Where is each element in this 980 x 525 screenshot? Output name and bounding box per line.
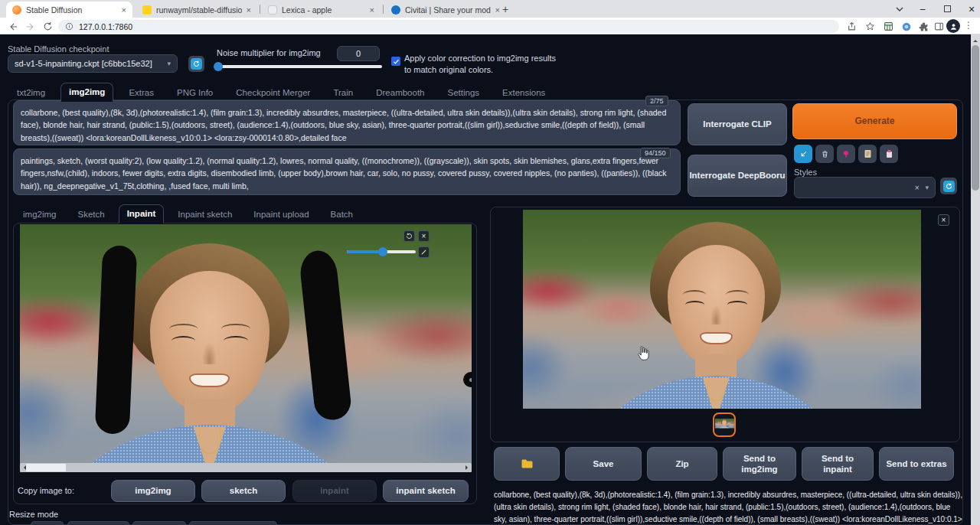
- open-folder-button[interactable]: [494, 447, 560, 481]
- send-to-extras-button[interactable]: Send to extras: [879, 447, 954, 481]
- scroll-up-icon[interactable]: [973, 38, 978, 42]
- site-info-icon[interactable]: [65, 22, 74, 31]
- tab-inpaint[interactable]: Inpaint: [119, 204, 165, 223]
- resize-option[interactable]: [31, 521, 64, 525]
- tab-sketch[interactable]: Sketch: [70, 206, 112, 223]
- tab-settings[interactable]: Settings: [440, 84, 488, 102]
- clear-styles-icon[interactable]: ×: [915, 184, 920, 192]
- interrogate-deepbooru-button[interactable]: Interrogate DeepBooru: [688, 155, 787, 197]
- generate-button[interactable]: Generate: [792, 103, 957, 139]
- tab-checkpoint-merger[interactable]: Checkpoint Merger: [228, 84, 318, 102]
- extensions-puzzle-icon[interactable]: [917, 20, 930, 33]
- window-close-button[interactable]: ×: [960, 0, 980, 18]
- brush-icon: [420, 249, 427, 256]
- checkpoint-dropdown[interactable]: sd-v1-5-inpainting.ckpt [c6bbc15e32] ▾: [8, 54, 178, 73]
- inpaint-canvas[interactable]: ×: [20, 224, 472, 463]
- forward-icon[interactable]: [24, 20, 37, 33]
- browser-menu-icon[interactable]: ⋮: [964, 20, 973, 31]
- style-card-icon: [864, 149, 872, 158]
- tab-close-icon[interactable]: ×: [247, 5, 251, 15]
- noise-multiplier-input[interactable]: 0: [337, 46, 380, 61]
- browser-tab-stable-diffusion[interactable]: Stable Diffusion ×: [6, 2, 132, 18]
- slider-thumb[interactable]: [214, 62, 223, 71]
- window-maximize-button[interactable]: [936, 0, 959, 18]
- tab-txt2img[interactable]: txt2img: [9, 84, 53, 102]
- tab-img2img-mode[interactable]: img2img: [15, 206, 64, 223]
- zip-button[interactable]: Zip: [647, 447, 717, 481]
- gallery-thumbnail[interactable]: [713, 412, 736, 437]
- browser-tab-runwayml[interactable]: runwayml/stable-diffusion-inpai ×: [136, 2, 257, 18]
- tab-dreambooth[interactable]: Dreambooth: [368, 84, 432, 102]
- share-icon[interactable]: [845, 20, 858, 33]
- extension-grid-icon[interactable]: [882, 20, 895, 33]
- tab-close-icon[interactable]: ×: [122, 5, 126, 15]
- styles-dropdown[interactable]: × ▾: [794, 177, 936, 198]
- scrollbar-thumb[interactable]: [972, 45, 979, 191]
- tab-batch[interactable]: Batch: [323, 206, 361, 223]
- side-panel-icon[interactable]: [933, 20, 946, 33]
- tab-png-info[interactable]: PNG Info: [169, 84, 220, 102]
- save-button[interactable]: Save: [565, 447, 642, 481]
- prompt-token-counter: 2/75: [645, 96, 668, 106]
- bookmark-star-icon[interactable]: [864, 20, 877, 33]
- paste-generation-params-button[interactable]: [794, 145, 812, 163]
- resize-option[interactable]: [67, 521, 129, 525]
- noise-multiplier-slider[interactable]: [215, 65, 382, 68]
- save-style-icon: [885, 149, 893, 158]
- clear-prompt-button[interactable]: [815, 145, 834, 163]
- browser-tab-civitai[interactable]: Civitai | Share your models ×: [385, 2, 506, 18]
- clear-image-button[interactable]: ×: [418, 230, 430, 242]
- reload-icon[interactable]: [41, 20, 54, 33]
- brush-button[interactable]: [418, 246, 430, 258]
- tab-close-icon[interactable]: ×: [370, 5, 374, 15]
- tab-img2img[interactable]: img2img: [60, 83, 113, 102]
- profile-avatar[interactable]: [946, 19, 960, 33]
- copy-to-inpaint-button[interactable]: inpaint: [292, 480, 377, 502]
- tab-extensions[interactable]: Extensions: [495, 84, 553, 102]
- resize-option[interactable]: [189, 521, 277, 525]
- send-to-inpaint-button[interactable]: Send to inpaint: [802, 447, 874, 481]
- checkpoint-refresh-button[interactable]: [188, 56, 204, 72]
- img2img-mode-tabs: img2img Sketch Inpaint Inpaint sketch In…: [15, 204, 361, 223]
- gradio-favicon-icon: [12, 5, 21, 15]
- chevron-down-icon[interactable]: ▾: [925, 184, 929, 191]
- page-scrollbar[interactable]: [971, 34, 980, 525]
- extra-networks-button[interactable]: [837, 145, 855, 163]
- browser-navbar: 127.0.0.1:7860 ⋮: [0, 18, 980, 34]
- styles-refresh-button[interactable]: [940, 178, 957, 194]
- color-correction-checkbox[interactable]: [391, 57, 400, 66]
- send-to-img2img-button[interactable]: Send to img2img: [723, 447, 796, 481]
- tab-search-chevron-icon[interactable]: [888, 0, 911, 18]
- interrogate-clip-button[interactable]: Interrogate CLIP: [688, 103, 787, 145]
- copy-to-img2img-button[interactable]: img2img: [111, 480, 195, 502]
- close-gallery-button[interactable]: ×: [938, 214, 949, 226]
- copy-to-sketch-button[interactable]: sketch: [201, 480, 286, 502]
- scroll-right-icon[interactable]: [466, 465, 470, 470]
- apply-style-button[interactable]: [858, 145, 877, 163]
- window-minimize-button[interactable]: –: [911, 0, 934, 18]
- new-tab-button[interactable]: +: [498, 2, 513, 18]
- scrollbar-thumb[interactable]: [26, 464, 66, 471]
- prompt-textarea[interactable]: collarbone, (best quality),(8k, 3d),(pho…: [13, 100, 681, 145]
- result-image[interactable]: [523, 210, 921, 409]
- browser-tab-lexica[interactable]: Lexica - apple ×: [262, 2, 381, 18]
- canvas-horizontal-scrollbar[interactable]: [20, 463, 472, 472]
- undo-button[interactable]: [403, 230, 415, 242]
- extension-blue-icon[interactable]: [900, 20, 913, 33]
- tab-inpaint-sketch[interactable]: Inpaint sketch: [170, 206, 240, 223]
- thumbnail-image: [715, 419, 734, 428]
- color-correction-label: Apply color correction to img2img result…: [404, 53, 557, 76]
- copy-to-inpaint-sketch-button[interactable]: inpaint sketch: [383, 480, 469, 502]
- tab-title: runwayml/stable-diffusion-inpai: [156, 5, 242, 15]
- address-bar[interactable]: 127.0.0.1:7860: [58, 20, 839, 33]
- checkpoint-label: Stable Diffusion checkpoint: [8, 44, 109, 54]
- save-style-button[interactable]: [880, 145, 898, 163]
- tab-inpaint-upload[interactable]: Inpaint upload: [246, 206, 316, 223]
- brush-size-slider[interactable]: [347, 250, 416, 253]
- stable-diffusion-webui: Stable Diffusion checkpoint sd-v1-5-inpa…: [0, 34, 971, 525]
- tab-train[interactable]: Train: [325, 84, 361, 102]
- tab-extras[interactable]: Extras: [121, 84, 162, 102]
- back-icon[interactable]: [6, 20, 19, 33]
- negative-prompt-textarea[interactable]: paintings, sketch, (worst quality:2), (l…: [13, 148, 681, 195]
- resize-option[interactable]: [132, 521, 186, 525]
